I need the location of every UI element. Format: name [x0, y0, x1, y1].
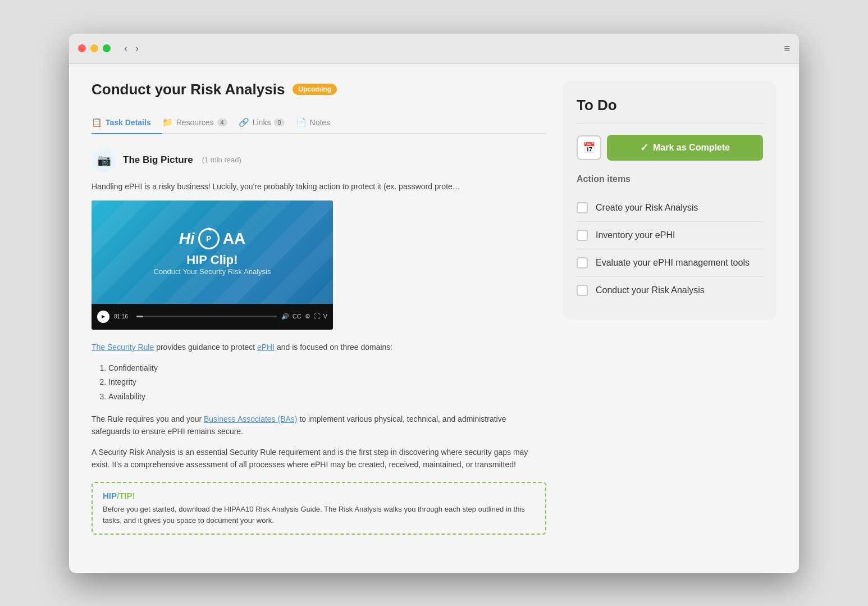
tabs: 📋 Task Details 📁 Resources 4 🔗 Links 0 📄… [92, 112, 546, 134]
mark-complete-label: Mark as Complete [653, 143, 730, 153]
vimeo-icon[interactable]: V [323, 313, 327, 320]
checkbox-3[interactable] [577, 257, 588, 268]
tip-text: TIP! [119, 491, 135, 500]
video-thumbnail: Hi P AA HIP Clip! Conduct Your Security … [92, 201, 333, 304]
app-window: ‹ › ≡ Conduct your Risk Analysis Upcomin… [69, 34, 799, 573]
progress-bar[interactable] [136, 316, 277, 317]
play-button[interactable]: ▶ [97, 311, 109, 323]
status-badge: Upcoming [293, 84, 337, 95]
tab-links[interactable]: 🔗 Links 0 [239, 112, 296, 134]
page-header: Conduct your Risk Analysis Upcoming [92, 81, 546, 98]
maximize-button[interactable] [103, 44, 111, 52]
section-title: The Big Picture [123, 154, 193, 166]
action-label-3: Evaluate your ePHI management tools [596, 258, 750, 268]
fullscreen-icon[interactable]: ⛶ [314, 313, 320, 320]
forward-button[interactable]: › [133, 42, 141, 56]
mark-complete-button[interactable]: ✓ Mark as Complete [607, 135, 763, 161]
hip-tip-body: Before you get started, download the HIP… [103, 504, 535, 526]
hip-tip-title: HIP/TIP! [103, 491, 535, 500]
list-item: Availability [108, 390, 546, 404]
hip-text: HIP [103, 491, 117, 500]
task-details-icon: 📋 [92, 117, 102, 127]
progress-fill [136, 316, 143, 317]
links-icon: 🔗 [239, 117, 249, 127]
action-item-4: Conduct your Risk Analysis [577, 277, 763, 304]
list-item: Integrity [108, 375, 546, 389]
schedule-button[interactable]: 📅 [577, 135, 601, 160]
ephi-link[interactable]: ePHI [257, 343, 275, 352]
resources-badge: 4 [217, 119, 227, 126]
todo-actions: 📅 ✓ Mark as Complete [577, 135, 763, 161]
titlebar: ‹ › ≡ [69, 34, 799, 64]
list-item: Confidentiality [108, 361, 546, 375]
video-time: 01:16 [114, 313, 132, 320]
todo-title: To Do [577, 97, 763, 124]
menu-icon[interactable]: ≡ [784, 43, 790, 54]
action-item-3: Evaluate your ePHI management tools [577, 249, 763, 277]
read-time: (1 min read) [202, 156, 241, 164]
close-button[interactable] [78, 44, 86, 52]
action-label-1: Create your Risk Analysis [596, 203, 698, 213]
checkbox-1[interactable] [577, 202, 588, 213]
tab-notes[interactable]: 📄 Notes [296, 112, 342, 134]
section-icon: 📷 [92, 148, 116, 172]
intro-text: Handling ePHI is a risky business! Lucki… [92, 180, 546, 193]
ba-link[interactable]: Business Associates (BAs) [204, 414, 298, 423]
section-header: 📷 The Big Picture (1 min read) [92, 148, 546, 172]
video-control-icons: 🔊 CC ⚙ ⛶ V [281, 313, 327, 320]
video-player[interactable]: Hi P AA HIP Clip! Conduct Your Security … [92, 201, 333, 330]
content-area: Conduct your Risk Analysis Upcoming 📋 Ta… [69, 64, 799, 573]
notes-icon: 📄 [296, 117, 307, 127]
action-items-title: Action items [577, 174, 763, 184]
ba-paragraph: The Rule requires you and your Business … [92, 413, 546, 438]
minimize-button[interactable] [90, 44, 98, 52]
risk-analysis-paragraph: A Security Risk Analysis is an essential… [92, 446, 546, 471]
cc-icon[interactable]: CC [293, 313, 301, 320]
page-title: Conduct your Risk Analysis [92, 81, 285, 98]
security-rule-paragraph: The Security Rule provides guidance to p… [92, 341, 546, 353]
action-item-1: Create your Risk Analysis [577, 194, 763, 222]
checkbox-4[interactable] [577, 285, 588, 296]
security-rule-link[interactable]: The Security Rule [92, 343, 154, 352]
right-panel: To Do 📅 ✓ Mark as Complete Action items … [563, 81, 776, 556]
resources-icon: 📁 [162, 117, 173, 127]
video-clip-title: HIP Clip! [186, 253, 237, 267]
video-controls: ▶ 01:16 🔊 CC ⚙ ⛶ V [92, 304, 333, 330]
main-content: Conduct your Risk Analysis Upcoming 📋 Ta… [92, 81, 546, 556]
volume-icon[interactable]: 🔊 [281, 313, 289, 320]
action-item-2: Inventory your ePHI [577, 222, 763, 249]
tab-task-details[interactable]: 📋 Task Details [92, 112, 162, 134]
domains-list: Confidentiality Integrity Availability [92, 361, 546, 404]
checkbox-2[interactable] [577, 230, 588, 241]
tab-resources[interactable]: 📁 Resources 4 [162, 112, 239, 134]
video-clip-subtitle: Conduct Your Security Risk Analysis [154, 267, 271, 276]
action-label-2: Inventory your ePHI [596, 230, 675, 240]
back-button[interactable]: ‹ [122, 42, 130, 56]
todo-card: To Do 📅 ✓ Mark as Complete Action items … [563, 81, 776, 320]
nav-arrows: ‹ › [122, 42, 141, 56]
settings-icon[interactable]: ⚙ [305, 313, 310, 320]
action-label-4: Conduct your Risk Analysis [596, 285, 705, 295]
checkmark-icon: ✓ [640, 142, 648, 154]
traffic-lights [78, 44, 111, 52]
links-badge: 0 [274, 119, 284, 126]
hip-tip-box: HIP/TIP! Before you get started, downloa… [92, 482, 546, 535]
